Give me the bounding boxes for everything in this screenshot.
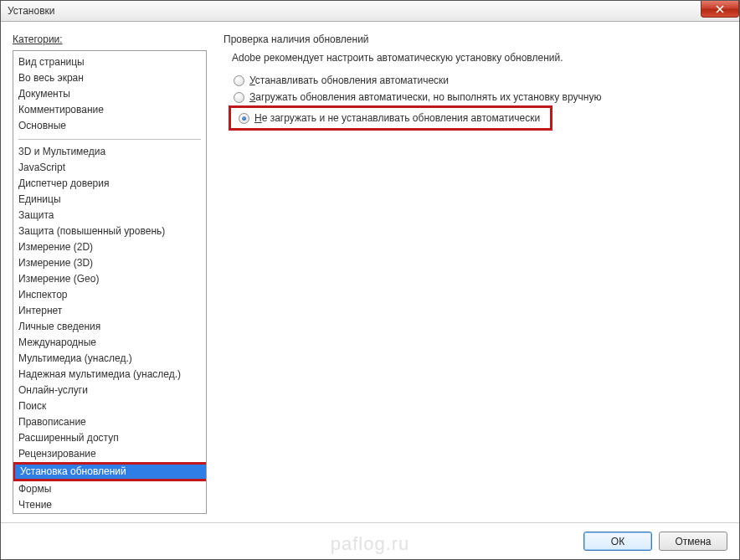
close-icon xyxy=(716,5,724,13)
category-item[interactable]: Надежная мультимедиа (унаслед.) xyxy=(13,367,206,383)
category-item[interactable]: Измерение (2D) xyxy=(13,239,206,255)
update-option[interactable]: Устанавливать обновления автоматически xyxy=(229,72,727,89)
category-item[interactable]: Измерение (Geo) xyxy=(13,271,206,287)
window-title: Установки xyxy=(8,5,54,17)
update-option[interactable]: Не загружать и не устанавливать обновлен… xyxy=(234,110,545,126)
sidebar: Категории: Вид страницыВо весь экранДоку… xyxy=(13,33,207,514)
category-item[interactable]: Диспетчер доверия xyxy=(13,176,206,192)
update-option[interactable]: Загружать обновления автоматически, но в… xyxy=(229,89,727,105)
category-list[interactable]: Вид страницыВо весь экранДокументыКоммен… xyxy=(13,50,207,514)
radio-icon xyxy=(234,92,244,103)
category-item[interactable]: Расширенный доступ xyxy=(13,430,206,446)
category-item[interactable]: Чтение xyxy=(13,497,206,513)
category-item[interactable]: JavaScript xyxy=(13,160,206,176)
category-item[interactable]: Защита (повышенный уровень) xyxy=(13,223,206,239)
category-item[interactable]: Интернет xyxy=(13,303,206,319)
section-title: Проверка наличия обновлений xyxy=(224,33,727,45)
titlebar: Установки xyxy=(1,1,739,22)
category-item[interactable]: Единицы xyxy=(13,192,206,208)
category-item[interactable]: Документы xyxy=(13,86,206,102)
category-item[interactable]: Правописание xyxy=(13,414,206,430)
radio-icon xyxy=(234,75,244,86)
main-panel: Проверка наличия обновлений Adobe рекоме… xyxy=(224,33,727,514)
close-button[interactable] xyxy=(701,1,739,18)
category-separator xyxy=(18,139,201,140)
category-item[interactable]: Комментирование xyxy=(13,102,206,118)
update-option-label: Не загружать и не устанавливать обновлен… xyxy=(254,112,540,124)
settings-window: Установки Категории: Вид страницыВо весь… xyxy=(0,0,740,560)
update-options: Устанавливать обновления автоматическиЗа… xyxy=(229,72,727,131)
category-item[interactable]: Инспектор xyxy=(13,287,206,303)
update-option-highlight: Не загружать и не устанавливать обновлен… xyxy=(229,105,552,131)
category-item[interactable]: Мультимедиа (унаслед.) xyxy=(13,351,206,367)
category-item[interactable]: 3D и Мультимедиа xyxy=(13,144,206,160)
category-item-selected[interactable]: Установка обновлений xyxy=(13,462,207,481)
category-item[interactable]: Рецензирование xyxy=(13,446,206,462)
category-item[interactable]: Защита xyxy=(13,208,206,223)
category-item[interactable]: Онлайн-услуги xyxy=(13,383,206,398)
category-item[interactable]: Во весь экран xyxy=(13,70,206,86)
category-item[interactable]: Международные xyxy=(13,335,206,351)
category-item[interactable]: Формы xyxy=(13,481,206,497)
category-item[interactable]: Личные сведения xyxy=(13,319,206,335)
content: Категории: Вид страницыВо весь экранДоку… xyxy=(1,22,739,522)
radio-icon xyxy=(239,113,249,124)
sidebar-label: Категории: xyxy=(13,33,207,45)
category-item[interactable]: Основные xyxy=(13,118,206,134)
section-description: Adobe рекомендует настроить автоматическ… xyxy=(232,52,727,64)
cancel-button[interactable]: Отмена xyxy=(659,532,727,551)
update-option-label: Загружать обновления автоматически, но в… xyxy=(249,91,601,103)
category-item[interactable]: Измерение (3D) xyxy=(13,255,206,271)
ok-button[interactable]: ОК xyxy=(583,532,652,551)
category-item[interactable]: Вид страницы xyxy=(13,54,206,70)
footer: ОК Отмена xyxy=(1,522,739,559)
category-item[interactable]: Поиск xyxy=(13,398,206,414)
update-option-label: Устанавливать обновления автоматически xyxy=(249,74,449,86)
